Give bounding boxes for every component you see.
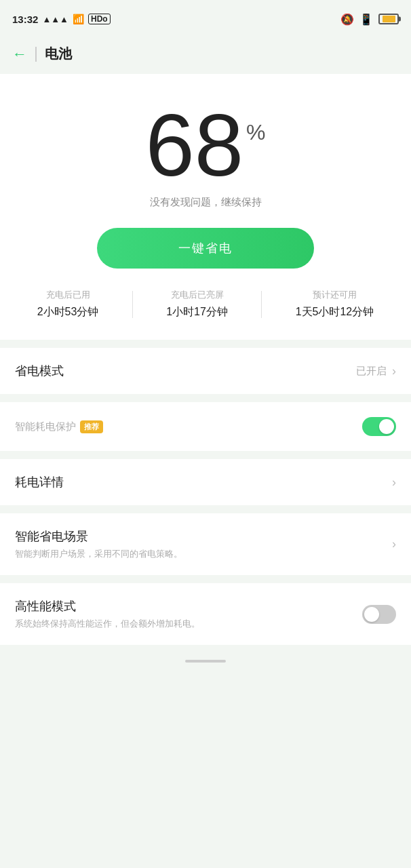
power-saving-row[interactable]: 省电模式 已开启 › [0,348,411,394]
stat-screen-time: 充电后已亮屏 1小时17分钟 [166,289,228,319]
smart-protect-toggle-knob [379,419,394,434]
power-saving-right: 已开启 › [356,364,396,378]
stat-screen-value: 1小时17分钟 [166,305,228,319]
stat-remaining-value: 1天5小时12分钟 [296,305,374,319]
stats-row: 充电后已用 2小时53分钟 充电后已亮屏 1小时17分钟 预计还可用 1天5小时… [14,289,397,319]
back-button[interactable]: ← [12,45,27,63]
smart-scene-sub: 智能判断用户场景，采用不同的省电策略。 [15,548,182,560]
page-title: 电池 [45,45,72,63]
smart-protect-section: 智能耗电保护 推荐 [0,402,411,451]
stat-used-time: 充电后已用 2小时53分钟 [37,289,99,319]
screen-cast-icon: 📱 [359,13,373,26]
power-detail-section: 耗电详情 › [0,459,411,505]
status-right: 🔕 📱 [340,13,399,26]
stat-remaining-label: 预计还可用 [313,289,357,301]
high-perf-row[interactable]: 高性能模式 系统始终保持高性能运作，但会额外增加耗电。 [0,583,411,645]
main-content: 68 % 没有发现问题，继续保持 一键省电 充电后已用 2小时53分钟 充电后已… [0,74,411,690]
signal-icon: ▲▲▲ [42,14,68,24]
smart-protect-title-wrapper: 智能耗电保护 推荐 [15,420,103,433]
header-divider [35,47,37,62]
hd-badge: HDo [88,14,111,24]
smart-scene-left: 智能省电场景 智能判断用户场景，采用不同的省电策略。 [15,528,182,560]
battery-icon [378,14,399,24]
status-left: 13:32 ▲▲▲ 📶 HDo [12,14,111,25]
power-detail-title: 耗电详情 [15,474,64,490]
battery-section: 68 % 没有发现问题，继续保持 一键省电 充电后已用 2小时53分钟 充电后已… [0,74,411,340]
smart-protect-toggle[interactable] [362,417,396,436]
battery-status-text: 没有发现问题，继续保持 [150,196,262,209]
bell-mute-icon: 🔕 [340,13,354,26]
stat-used-value: 2小时53分钟 [37,305,99,319]
time-label: 13:32 [12,14,38,25]
scroll-dot [185,660,226,663]
high-perf-toggle[interactable] [362,605,396,624]
high-perf-left: 高性能模式 系统始终保持高性能运作，但会额外增加耗电。 [15,598,200,630]
power-detail-chevron-icon: › [392,475,396,490]
scroll-indicator [0,653,411,669]
power-saving-section: 省电模式 已开启 › [0,348,411,394]
battery-number: 68 [145,101,243,189]
smart-scene-right: › [392,537,396,551]
high-perf-title: 高性能模式 [15,598,200,614]
battery-fill [383,16,395,22]
stat-remaining-time: 预计还可用 1天5小时12分钟 [296,289,374,319]
stat-screen-label: 充电后已亮屏 [171,289,224,301]
power-detail-row[interactable]: 耗电详情 › [0,459,411,505]
battery-percent-symbol: % [246,121,265,143]
battery-percentage-display: 68 % [145,101,265,189]
smart-scene-section: 智能省电场景 智能判断用户场景，采用不同的省电策略。 › [0,513,411,575]
smart-protect-row[interactable]: 智能耗电保护 推荐 [0,402,411,451]
stat-divider-1 [132,291,133,318]
smart-scene-chevron-icon: › [392,537,396,551]
stat-divider-2 [261,291,262,318]
stat-used-label: 充电后已用 [46,289,90,301]
recommend-badge: 推荐 [80,420,103,433]
smart-scene-row[interactable]: 智能省电场景 智能判断用户场景，采用不同的省电策略。 › [0,513,411,575]
power-saving-chevron-icon: › [392,364,396,378]
header: ← 电池 [0,38,411,74]
one-key-save-button[interactable]: 一键省电 [97,228,314,269]
smart-scene-title: 智能省电场景 [15,528,182,545]
power-detail-right: › [392,475,396,490]
smart-protect-title-text: 智能耗电保护 [15,420,76,433]
power-saving-title: 省电模式 [15,363,64,379]
wifi-icon: 📶 [73,14,84,24]
high-perf-section: 高性能模式 系统始终保持高性能运作，但会额外增加耗电。 [0,583,411,645]
high-perf-sub: 系统始终保持高性能运作，但会额外增加耗电。 [15,618,200,630]
power-saving-status: 已开启 [356,365,387,378]
status-bar: 13:32 ▲▲▲ 📶 HDo 🔕 📱 [0,0,411,38]
high-perf-toggle-knob [364,607,379,622]
